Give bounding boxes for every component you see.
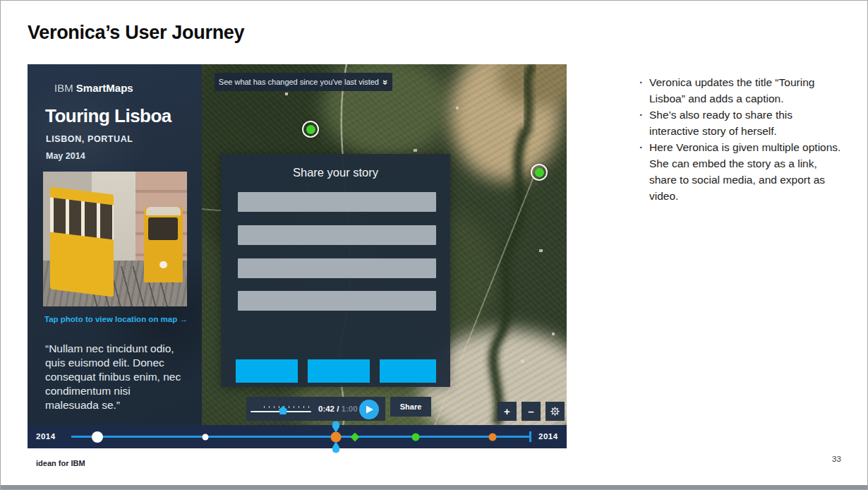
note-text: She’s also ready to share this interacti…	[649, 107, 843, 139]
marker-green-dot	[535, 168, 544, 177]
timeline-event-green-dot[interactable]	[411, 433, 419, 441]
timeline-playhead-pin[interactable]	[332, 421, 340, 453]
page-number: 33	[832, 455, 841, 463]
window-bottom-edge	[1, 485, 868, 489]
note-text: Here Veronica is given multiple options.…	[649, 139, 843, 204]
note-item: · Here Veronica is given multiple option…	[639, 139, 843, 204]
share-field-placeholder[interactable]	[238, 192, 436, 212]
share-option-button-3[interactable]	[380, 359, 436, 383]
timeline-event-green-diamond[interactable]	[351, 432, 360, 441]
story-photo-trams[interactable]	[43, 172, 187, 306]
chevron-double-down-icon: »	[381, 79, 390, 84]
changes-banner[interactable]: See what has changed since you've last v…	[215, 73, 392, 91]
story-title: Touring Lisboa	[45, 105, 171, 127]
app-logo: IBM SmartMaps	[54, 82, 133, 94]
bullet-glyph: ·	[639, 74, 649, 107]
zoom-in-button[interactable]: +	[498, 402, 517, 421]
timeline-end-tick	[529, 431, 531, 442]
play-icon	[366, 406, 373, 414]
time-readout: 0:42 / 1:00	[318, 405, 358, 413]
scrubber-ticks	[264, 406, 309, 408]
share-option-button-1[interactable]	[236, 359, 298, 383]
settings-button[interactable]	[545, 402, 565, 421]
timeline-event-white-small[interactable]	[202, 434, 208, 440]
bullet-glyph: ·	[639, 107, 649, 139]
timeline-end-label: 2014	[538, 432, 558, 441]
note-item: · She’s also ready to share this interac…	[639, 107, 843, 139]
page-title: Veronica’s User Journey	[28, 22, 244, 44]
brand-name: SmartMaps	[76, 82, 133, 94]
banner-label: See what has changed since you've last v…	[219, 78, 379, 86]
note-text: Veronica updates the title “Touring Lisb…	[649, 74, 843, 107]
timeline-event-orange-dot[interactable]	[489, 433, 497, 441]
gear-icon	[550, 406, 560, 417]
share-button[interactable]: Share	[390, 397, 431, 417]
brand-prefix: IBM	[54, 82, 73, 94]
share-field-placeholder[interactable]	[238, 225, 436, 245]
play-button[interactable]	[359, 400, 379, 419]
story-caption-quote: “Nullam nec tincidunt odio, quis euismod…	[45, 342, 186, 412]
share-field-placeholder[interactable]	[238, 291, 436, 311]
share-story-modal: Share your story	[221, 154, 450, 387]
photo-tram-left	[50, 186, 114, 297]
app-screenshot: See what has changed since you've last v…	[28, 64, 567, 448]
share-option-button-2[interactable]	[308, 359, 370, 383]
timeline-event-white-large[interactable]	[92, 431, 103, 443]
story-timeline[interactable]: 2014 2014	[28, 425, 567, 448]
share-field-placeholder[interactable]	[238, 258, 436, 278]
footer-credit: idean for IBM	[36, 459, 85, 467]
photo-tram-right	[144, 207, 183, 282]
time-elapsed: 0:42 /	[318, 405, 339, 413]
story-date: May 2014	[46, 151, 85, 161]
timeline-start-label: 2014	[36, 432, 56, 441]
story-location: LISBON, PORTUAL	[46, 134, 133, 144]
map-location-marker[interactable]	[531, 164, 548, 181]
photo-location-link[interactable]: Tap photo to view location on map →	[44, 315, 188, 323]
time-total: 1:00	[339, 405, 357, 413]
zoom-out-button[interactable]: –	[522, 402, 541, 421]
timeline-line	[71, 436, 531, 438]
modal-title: Share your story	[221, 166, 450, 179]
marker-green-dot	[306, 125, 315, 134]
bullet-glyph: ·	[639, 139, 649, 204]
timeline-track[interactable]	[71, 425, 531, 448]
note-item: · Veronica updates the title “Touring Li…	[639, 74, 843, 107]
slide-notes-list: · Veronica updates the title “Touring Li…	[639, 74, 843, 204]
map-location-marker[interactable]	[302, 121, 319, 138]
story-sidebar: IBM SmartMaps Touring Lisboa LISBON, POR…	[28, 64, 202, 425]
